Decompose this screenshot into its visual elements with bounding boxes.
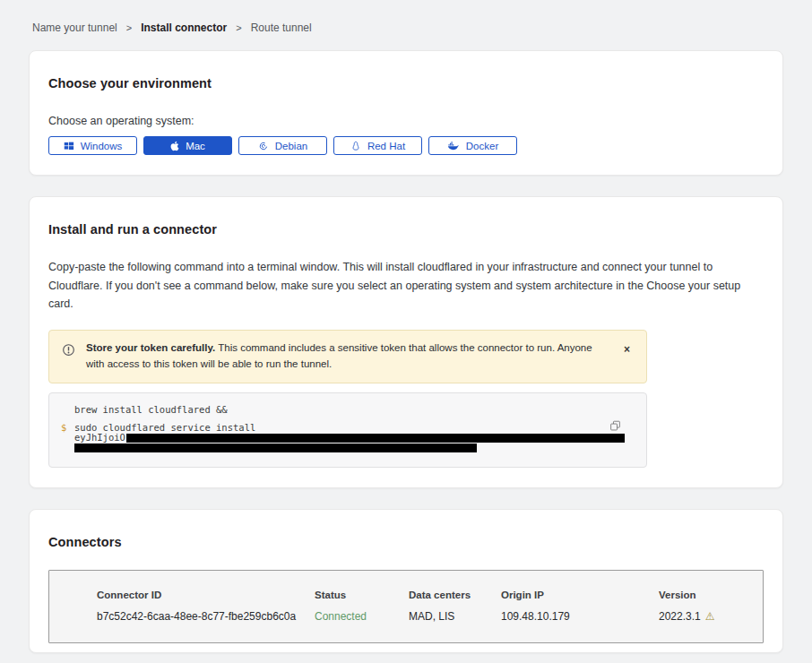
connectors-card: Connectors Connector ID Status Data cent… xyxy=(29,509,783,653)
redacted-token-bar xyxy=(74,443,477,452)
breadcrumb: Name your tunnel > Install connector > R… xyxy=(0,0,812,34)
install-command-codeblock[interactable]: brew install cloudflared && $sudo cloudf… xyxy=(48,392,647,468)
token-warning-text: Store your token carefully. This command… xyxy=(86,340,608,373)
breadcrumb-separator: > xyxy=(236,22,241,33)
os-button-label: Debian xyxy=(275,141,307,151)
install-card-title: Install and run a connector xyxy=(48,222,764,237)
install-connector-card: Install and run a connector Copy-paste t… xyxy=(29,196,783,488)
copy-icon xyxy=(609,420,621,432)
header-version: Version xyxy=(659,590,763,600)
environment-card-title: Choose your environment xyxy=(48,76,764,90)
breadcrumb-step-install-connector[interactable]: Install connector xyxy=(141,22,227,34)
install-card-description: Copy-paste the following command into a … xyxy=(48,258,764,314)
debian-icon xyxy=(258,141,269,151)
os-button-redhat[interactable]: Red Hat xyxy=(333,136,422,155)
connectors-table: Connector ID Status Data centers Origin … xyxy=(48,570,764,643)
breadcrumb-step-name-tunnel[interactable]: Name your tunnel xyxy=(32,22,117,34)
shell-prompt: $ xyxy=(61,423,66,433)
environment-card: Choose your environment Choose an operat… xyxy=(29,50,783,176)
cell-connector-id: b7c52c42-6caa-48ee-8c77-fbe259cb6c0a xyxy=(97,610,315,623)
status-badge: Connected xyxy=(315,610,409,623)
info-circle-icon xyxy=(62,343,75,357)
os-button-mac[interactable]: Mac xyxy=(143,136,232,155)
apple-icon xyxy=(170,141,179,151)
code-line-service-install: $sudo cloudflared service install xyxy=(49,423,610,433)
cell-origin-ip: 109.48.10.179 xyxy=(501,610,659,623)
windows-icon xyxy=(64,141,74,151)
connectors-card-title: Connectors xyxy=(48,535,764,549)
os-button-label: Mac xyxy=(186,141,205,151)
code-line-brew: brew install cloudflared && xyxy=(49,405,610,415)
os-button-debian[interactable]: Debian xyxy=(238,136,327,155)
token-prefix: eyJhIjoiO xyxy=(74,432,125,443)
connectors-table-header: Connector ID Status Data centers Origin … xyxy=(97,590,763,600)
token-warning-alert: Store your token carefully. This command… xyxy=(48,330,647,383)
code-line-token: eyJhIjoiO xyxy=(49,433,610,443)
header-origin-ip: Origin IP xyxy=(501,590,659,600)
os-button-label: Windows xyxy=(81,141,123,151)
copy-command-button[interactable] xyxy=(608,418,623,436)
code-line-token-2 xyxy=(49,443,610,452)
alert-close-button[interactable]: × xyxy=(618,340,635,358)
version-warning-icon: ⚠ xyxy=(705,611,715,622)
header-connector-id: Connector ID xyxy=(97,590,315,600)
redhat-icon xyxy=(350,141,361,151)
cell-version: 2022.3.1 ⚠ xyxy=(659,610,763,623)
redacted-token-bar xyxy=(126,434,625,443)
os-button-docker[interactable]: Docker xyxy=(428,136,517,155)
os-button-windows[interactable]: Windows xyxy=(48,136,137,155)
os-button-label: Docker xyxy=(466,141,498,151)
breadcrumb-step-route-tunnel[interactable]: Route tunnel xyxy=(251,22,312,34)
version-value: 2022.3.1 xyxy=(659,610,701,623)
header-status: Status xyxy=(315,590,409,600)
token-warning-title: Store your token carefully. xyxy=(86,342,215,353)
table-row: b7c52c42-6caa-48ee-8c77-fbe259cb6c0a Con… xyxy=(97,610,763,623)
docker-icon xyxy=(447,141,460,151)
header-data-centers: Data centers xyxy=(409,590,501,600)
breadcrumb-separator: > xyxy=(126,22,132,33)
cell-data-centers: MAD, LIS xyxy=(409,610,501,623)
os-button-label: Red Hat xyxy=(367,141,405,151)
code-command-group: $sudo cloudflared service install eyJhIj… xyxy=(49,423,610,452)
main-content: Choose your environment Choose an operat… xyxy=(0,34,812,663)
os-button-group: Windows Mac Debian Red Hat xyxy=(48,136,764,155)
os-select-label: Choose an operating system: xyxy=(48,115,764,127)
